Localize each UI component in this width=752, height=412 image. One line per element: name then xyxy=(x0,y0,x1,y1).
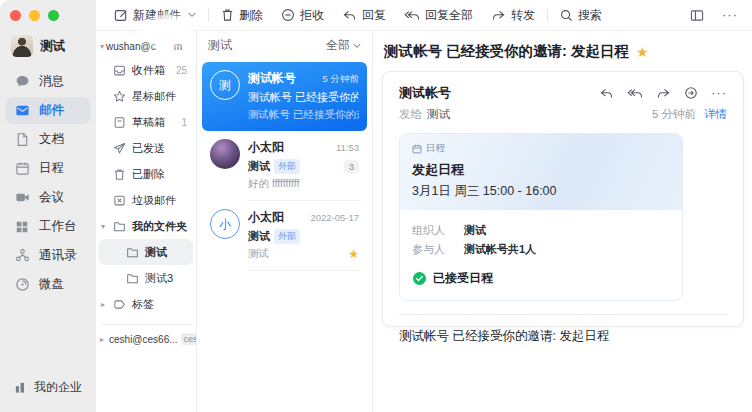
delete-button[interactable]: 删除 xyxy=(212,7,272,24)
more-icon[interactable]: ··· xyxy=(722,10,738,20)
sidebar-item-label: 通讯录 xyxy=(39,247,77,264)
expand-triangle-icon[interactable]: ▸ xyxy=(100,335,104,344)
forward-button[interactable]: 转发 xyxy=(482,7,544,24)
reply-all-icon[interactable] xyxy=(627,87,643,100)
folder-open-icon xyxy=(113,220,126,233)
folder-label: 草稿箱 xyxy=(132,115,165,130)
folder-label: 标签 xyxy=(132,297,154,312)
calendar-datetime: 3月1日 周三 15:00 - 16:00 xyxy=(412,183,670,200)
avatar xyxy=(210,139,240,169)
folder-inbox[interactable]: 收件箱 25 xyxy=(96,57,196,83)
sidebar-item-mail[interactable]: 邮件 xyxy=(6,97,90,124)
folder-drafts[interactable]: 草稿箱 1 xyxy=(96,109,196,135)
org-tree-icon xyxy=(14,248,30,264)
calendar-invite-card[interactable]: 日程 发起日程 3月1日 周三 15:00 - 16:00 组织人 测试 参 xyxy=(399,133,683,301)
reply-icon[interactable] xyxy=(599,87,614,100)
sidebar-item-label: 会议 xyxy=(39,189,64,206)
folder-label: 垃圾邮件 xyxy=(132,193,176,208)
mail-list-item[interactable]: 测 测试帐号 5 分钟前 测试帐号 已经接受你的邀请: 发... 测试 xyxy=(202,62,367,131)
layout-icon[interactable] xyxy=(690,9,704,22)
mail-sender: 测试帐号 xyxy=(248,70,296,87)
sidebar-item-meeting[interactable]: 会议 xyxy=(6,184,90,211)
current-user[interactable]: 测试 xyxy=(0,33,96,67)
mail-title: 测试帐号 已经接受你的邀请: 发起日程 xyxy=(384,42,629,61)
expand-triangle-icon[interactable]: ▸ xyxy=(101,300,105,309)
sidebar-item-messages[interactable]: 消息 xyxy=(6,68,90,95)
reply-button[interactable]: 回复 xyxy=(333,7,395,24)
to-label: 发给 xyxy=(399,107,422,122)
window-controls xyxy=(0,8,96,33)
schedule-icon[interactable] xyxy=(684,86,698,100)
list-divider xyxy=(247,270,361,271)
close-button[interactable] xyxy=(10,10,21,21)
star-icon[interactable]: ★ xyxy=(636,45,649,59)
folder-pane: ▾ wushan@c m 收件箱 25 星标邮件 xyxy=(96,31,197,412)
folder-my-folders[interactable]: ▾ 我的文件夹 xyxy=(96,213,196,239)
folder-icon xyxy=(126,246,139,259)
mail-subject: 测试 xyxy=(248,159,270,174)
sidebar-item-label: 日程 xyxy=(39,160,64,177)
external-badge: 外部 xyxy=(274,159,300,174)
reply-icon xyxy=(342,9,357,22)
minimize-button[interactable] xyxy=(29,10,40,21)
chevron-down-icon xyxy=(353,43,361,49)
redaction-blob xyxy=(142,15,192,47)
junk-icon xyxy=(113,194,126,207)
mail-list-item[interactable]: 小 小太阳 2022-05-17 测试 外部 xyxy=(202,201,367,270)
video-icon xyxy=(14,190,30,206)
draft-icon xyxy=(113,116,126,129)
folder-ceshi-selected[interactable]: 测试 xyxy=(99,239,193,265)
mail-list-header: 测试 全部 xyxy=(197,31,372,60)
mail-list-item[interactable]: 小太阳 11:53 测试 外部 3 好的 ffffffffff xyxy=(202,131,367,200)
folder-starred[interactable]: 星标邮件 xyxy=(96,83,196,109)
calendar-title: 发起日程 xyxy=(412,161,670,179)
reply-all-button[interactable]: 回复全部 xyxy=(395,7,482,24)
folder-sent[interactable]: 已发送 xyxy=(96,135,196,161)
forward-icon xyxy=(491,9,506,22)
accepted-check-icon xyxy=(412,271,427,286)
reading-pane: 测试帐号 已经接受你的邀请: 发起日程 ★ 测试帐号 xyxy=(373,31,752,412)
delete-label: 删除 xyxy=(239,7,263,24)
user-avatar xyxy=(11,35,33,57)
sidebar-item-drive[interactable]: 微盘 xyxy=(6,271,90,298)
my-company-label: 我的企业 xyxy=(34,379,82,396)
sidebar-item-my-company[interactable]: 我的企业 xyxy=(0,369,96,412)
search-button[interactable]: 搜索 xyxy=(551,7,611,24)
folder-label: 星标邮件 xyxy=(132,89,176,104)
avatar-initial: 小 xyxy=(219,216,231,233)
filter-label: 全部 xyxy=(326,37,350,54)
folder-tags[interactable]: ▸ 标签 xyxy=(96,291,196,317)
folder-ceshi3[interactable]: 测试3 xyxy=(96,265,196,291)
chat-icon xyxy=(14,74,30,90)
company-icon xyxy=(14,381,27,394)
sidebar-item-calendar[interactable]: 日程 xyxy=(6,155,90,182)
folder-junk[interactable]: 垃圾邮件 xyxy=(96,187,196,213)
reply-all-icon xyxy=(404,9,420,22)
calendar-icon xyxy=(14,161,30,177)
sidebar-item-contacts[interactable]: 通讯录 xyxy=(6,242,90,269)
folder-divider xyxy=(102,324,190,325)
reject-button[interactable]: 拒收 xyxy=(272,7,333,24)
message-time: 5 分钟前 xyxy=(652,107,696,122)
zoom-button[interactable] xyxy=(48,10,59,21)
folder-label: 收件箱 xyxy=(132,63,165,78)
folder-label: 我的文件夹 xyxy=(132,219,187,234)
to-recipient[interactable]: 测试 xyxy=(427,107,450,122)
sidebar-item-docs[interactable]: 文档 xyxy=(6,126,90,153)
more-icon[interactable]: ··· xyxy=(711,88,727,98)
collapse-triangle-icon[interactable]: ▾ xyxy=(101,222,105,231)
sidebar-item-workbench[interactable]: 工作台 xyxy=(6,213,90,240)
star-icon[interactable]: ★ xyxy=(348,248,359,260)
sidebar-item-label: 微盘 xyxy=(39,276,64,293)
list-filter-dropdown[interactable]: 全部 xyxy=(326,37,361,54)
search-icon xyxy=(560,9,573,22)
details-link[interactable]: 详情 xyxy=(704,107,727,122)
compose-icon xyxy=(114,8,128,22)
collapse-triangle-icon[interactable]: ▾ xyxy=(100,42,104,51)
folder-label: 测试3 xyxy=(145,271,173,286)
secondary-account-row[interactable]: ▸ ceshi@ces66... ceshi xyxy=(96,331,196,345)
participants-label: 参与人 xyxy=(412,242,464,257)
folder-deleted[interactable]: 已删除 xyxy=(96,161,196,187)
forward-icon[interactable] xyxy=(656,87,671,100)
avatar: 测 xyxy=(210,70,240,100)
